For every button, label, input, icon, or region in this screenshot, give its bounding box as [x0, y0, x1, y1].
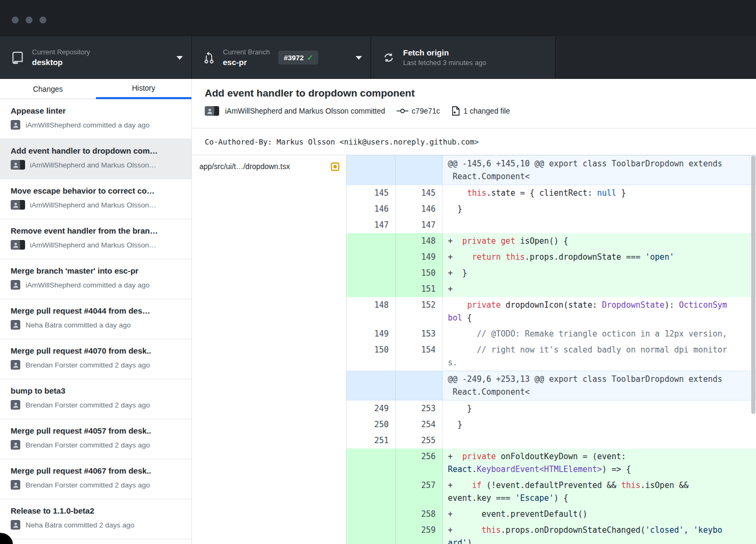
minimize-window-button[interactable] — [26, 17, 33, 23]
commit-list-item[interactable]: Appease linteriAmWillShepherd committed … — [0, 99, 191, 139]
new-line-number: 258 — [396, 506, 443, 522]
commit-item-meta: iAmWillShepherd committed a day ago — [26, 281, 150, 289]
old-line-number — [347, 281, 396, 297]
commit-list-item[interactable]: bump to beta3Brendan Forster committed 2… — [0, 379, 191, 419]
commit-item-meta: iAmWillShepherd committed a day ago — [26, 121, 150, 129]
old-line-number — [347, 522, 396, 544]
commit-list-item[interactable]: Merge pull request #4044 from des…Neha B… — [0, 299, 191, 339]
commit-list-item[interactable]: Merge pull request #4073 from desk.. — [0, 539, 191, 544]
diff-code: // @TODO: Remake triangle octicon in a 1… — [443, 326, 756, 342]
file-path: app/src/ui/t…/dropdown.tsx — [199, 162, 290, 171]
new-line-number: 148 — [396, 233, 443, 249]
commit-item-meta: Brendan Forster committed 2 days ago — [26, 361, 150, 369]
new-line-number: 253 — [396, 401, 443, 417]
diff-line: 256+ private onFoldoutKeyDown = (event:R… — [347, 449, 756, 477]
diff-hunk-header: @@ -249,6 +253,13 @@ export class Toolba… — [347, 371, 756, 401]
committer-avatar — [11, 439, 21, 450]
diff-line: 149+ return this.props.dropdownState ===… — [347, 249, 756, 265]
new-line-number: 152 — [396, 297, 443, 326]
new-line-number: 149 — [396, 249, 443, 265]
diff-line: 148+ private get isOpen() { — [347, 233, 756, 249]
diff-line: 147147 — [347, 217, 756, 233]
old-line-number: 249 — [347, 401, 396, 417]
diff-code: + — [443, 281, 756, 297]
old-line-number — [347, 265, 396, 281]
old-line-number — [347, 477, 396, 506]
commit-icon — [397, 107, 408, 115]
tab-changes[interactable]: Changes — [0, 79, 96, 99]
diff-code: + private onFoldoutKeyDown = (event:Reac… — [443, 449, 756, 477]
diff-hunk-header: @@ -145,6 +145,10 @@ export class Toolba… — [347, 155, 756, 185]
commit-item-meta: iAmWillShepherd and Markus Olsson… — [30, 161, 156, 169]
new-line-number: 154 — [396, 342, 443, 371]
commit-list-item[interactable]: Move escape behavior to correct co…iAmWi… — [0, 179, 191, 219]
old-line-number — [347, 449, 396, 477]
commit-authors: iAmWillShepherd and Markus Olsson commit… — [225, 107, 385, 115]
tab-history[interactable]: History — [96, 79, 192, 99]
sidebar-tabs: Changes History — [0, 79, 191, 99]
diff-code — [443, 217, 756, 233]
commit-item-meta: Brendan Forster committed 2 days ago — [26, 401, 150, 409]
current-branch-value: esc-pr — [223, 58, 270, 68]
repo-icon — [12, 51, 23, 64]
diff-code: + event.preventDefault() — [443, 506, 756, 522]
chevron-down-icon — [356, 56, 362, 60]
new-line-number — [396, 371, 443, 400]
committer-avatar — [11, 159, 26, 170]
diff-view: @@ -145,6 +145,10 @@ export class Toolba… — [347, 155, 756, 544]
commit-item-title: Move escape behavior to correct co… — [11, 186, 182, 195]
pr-status-badge: #3972 ✓ — [278, 51, 318, 65]
commit-list-item[interactable]: Merge pull request #4057 from desk..Bren… — [0, 419, 191, 459]
diff-line: 259+ this.props.onDropdownStateChanged('… — [347, 522, 756, 544]
diff-code: + } — [443, 265, 756, 281]
file-list-item[interactable]: app/src/ui/t…/dropdown.tsx — [192, 155, 346, 178]
commit-item-meta: Neha Batra committed a day ago — [26, 321, 131, 329]
commit-list-item[interactable]: Remove event handler from the bran…iAmWi… — [0, 219, 191, 259]
current-repository-button[interactable]: Current Repository desktop — [0, 36, 192, 79]
changed-file-icon — [452, 106, 460, 116]
commit-title: Add event handler to dropdown component — [205, 87, 743, 99]
diff-code: // right now it's scaled badly on normal… — [443, 342, 756, 371]
diff-code: @@ -145,6 +145,10 @@ export class Toolba… — [443, 156, 756, 185]
commit-list-item[interactable]: Merge branch 'master' into esc-priAmWill… — [0, 259, 191, 299]
commit-list-item[interactable]: Release to 1.1.0-beta2Neha Batra committ… — [0, 499, 191, 539]
diff-line: 150154 // right now it's scaled badly on… — [347, 342, 756, 371]
diff-line: 250254 } — [347, 417, 756, 433]
commit-item-title: Release to 1.1.0-beta2 — [11, 506, 182, 515]
diff-line: 251255 — [347, 433, 756, 449]
diff-code: private dropdownIcon(state: DropdownStat… — [443, 297, 756, 326]
fetch-subtitle: Last fetched 3 minutes ago — [403, 59, 486, 67]
committer-avatar — [11, 199, 26, 210]
close-window-button[interactable] — [12, 17, 19, 23]
old-line-number: 146 — [347, 201, 396, 217]
current-branch-button[interactable]: Current Branch esc-pr #3972 ✓ — [192, 36, 371, 79]
commit-item-meta: iAmWillShepherd and Markus Olsson… — [30, 241, 156, 249]
commit-item-title: Merge pull request #4070 from desk.. — [11, 346, 182, 355]
zoom-window-button[interactable] — [39, 17, 46, 23]
committer-avatars — [205, 106, 220, 116]
diff-code — [443, 433, 756, 449]
traffic-lights[interactable] — [12, 17, 46, 23]
old-line-number: 145 — [347, 185, 396, 201]
commit-list-item[interactable]: Merge pull request #4067 from desk..Bren… — [0, 459, 191, 499]
changed-files-panel: app/src/ui/t…/dropdown.tsx — [192, 155, 347, 544]
chevron-down-icon — [176, 56, 183, 60]
new-line-number: 151 — [396, 281, 443, 297]
old-line-number — [347, 156, 396, 185]
window-titlebar — [0, 0, 756, 36]
commit-item-meta: Brendan Forster committed 2 days ago — [26, 481, 150, 489]
changed-files-count: 1 changed file — [463, 107, 510, 115]
diff-code: + private get isOpen() { — [443, 233, 756, 249]
committer-avatar — [11, 239, 26, 250]
old-line-number — [347, 371, 396, 400]
diff-scrollbar-thumb[interactable] — [751, 156, 755, 414]
pull-request-icon — [204, 51, 214, 64]
commit-sha: c79e71c — [412, 107, 440, 115]
fetch-origin-button[interactable]: Fetch origin Last fetched 3 minutes ago — [371, 36, 556, 79]
commit-list-item[interactable]: Add event handler to dropdown com…iAmWil… — [0, 139, 191, 179]
commit-list-item[interactable]: Merge pull request #4070 from desk..Bren… — [0, 339, 191, 379]
commit-item-title: Appease linter — [11, 106, 182, 115]
old-line-number: 250 — [347, 417, 396, 433]
commit-detail-panel: Add event handler to dropdown component … — [192, 79, 756, 544]
old-line-number: 150 — [347, 342, 396, 371]
